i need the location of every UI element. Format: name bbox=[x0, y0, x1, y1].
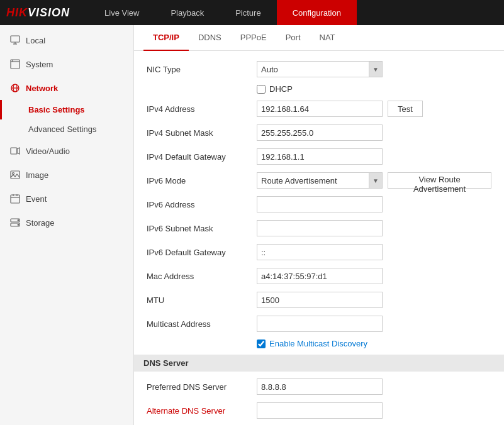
nav-configuration[interactable]: Configuration bbox=[277, 0, 357, 25]
route-advertisement-button[interactable]: View Route Advertisement bbox=[388, 172, 491, 189]
sidebar-event-label: Event bbox=[26, 194, 47, 204]
sidebar-item-video-audio[interactable]: Video/Audio bbox=[0, 139, 133, 163]
mac-address-input[interactable] bbox=[257, 268, 383, 284]
logo-red: HIK bbox=[6, 6, 28, 19]
enable-multicast-label: Enable Multicast Discovery bbox=[269, 339, 367, 348]
form-area: NIC Type Auto ▼ DHCP IPv4 Address Test bbox=[134, 51, 504, 425]
ipv6-address-input[interactable] bbox=[257, 196, 383, 213]
mtu-input[interactable] bbox=[257, 292, 383, 308]
sidebar-item-network[interactable]: Network bbox=[0, 76, 133, 100]
ipv6-subnet-input[interactable] bbox=[257, 220, 383, 236]
sidebar-item-storage[interactable]: Storage bbox=[0, 211, 133, 235]
content-area: TCP/IP DDNS PPPoE Port NAT NIC Type Auto… bbox=[134, 25, 504, 425]
mtu-row: MTU bbox=[147, 291, 491, 309]
ipv4-address-row: IPv4 Address Test bbox=[147, 100, 491, 118]
nic-type-row: NIC Type Auto ▼ bbox=[147, 60, 491, 78]
multicast-address-row: Multicast Address bbox=[147, 315, 491, 333]
logo: HIKVISION bbox=[6, 6, 70, 19]
monitor-icon bbox=[9, 35, 21, 46]
sidebar-image-label: Image bbox=[26, 170, 48, 180]
multicast-address-input[interactable] bbox=[257, 316, 383, 332]
nic-type-select[interactable]: Auto bbox=[257, 61, 383, 77]
network-icon bbox=[9, 82, 21, 94]
tab-port[interactable]: Port bbox=[276, 25, 310, 51]
mac-address-row: Mac Address bbox=[147, 267, 491, 285]
preferred-dns-input[interactable] bbox=[257, 378, 383, 395]
enable-multicast-checkbox[interactable] bbox=[257, 339, 266, 348]
test-button[interactable]: Test bbox=[388, 101, 423, 117]
sidebar-local-label: Local bbox=[26, 36, 45, 45]
nav-live-view[interactable]: Live View bbox=[89, 0, 155, 25]
ipv4-subnet-input[interactable] bbox=[257, 124, 383, 141]
ipv6-mode-select-wrapper: Route Advertisement DHCP Manual ▼ bbox=[257, 172, 383, 189]
enable-multicast-row: Enable Multicast Discovery bbox=[257, 339, 491, 348]
video-icon bbox=[9, 145, 21, 157]
sidebar-item-local[interactable]: Local bbox=[0, 28, 133, 52]
ipv6-subnet-label: IPv6 Subnet Mask bbox=[147, 224, 257, 233]
sidebar-item-image[interactable]: Image bbox=[0, 163, 133, 187]
ipv6-mode-label: IPv6 Mode bbox=[147, 176, 257, 185]
mac-address-label: Mac Address bbox=[147, 272, 257, 281]
ipv4-address-label: IPv4 Address bbox=[147, 104, 257, 114]
svg-rect-0 bbox=[11, 36, 20, 42]
ipv4-gateway-input[interactable] bbox=[257, 148, 383, 165]
ipv6-gateway-input[interactable] bbox=[257, 244, 383, 260]
sidebar-item-system[interactable]: System bbox=[0, 52, 133, 76]
ipv4-address-input[interactable] bbox=[257, 101, 383, 117]
ipv4-gateway-row: IPv4 Default Gateway bbox=[147, 148, 491, 165]
ipv6-gateway-label: IPv6 Default Gateway bbox=[147, 248, 257, 257]
nav-items: Live View Playback Picture Configuration bbox=[89, 0, 498, 25]
ipv6-mode-select[interactable]: Route Advertisement DHCP Manual bbox=[257, 172, 383, 189]
svg-point-20 bbox=[18, 224, 19, 226]
ipv6-subnet-row: IPv6 Subnet Mask bbox=[147, 219, 491, 237]
main-layout: Local System Network bbox=[0, 25, 504, 425]
sidebar-item-event[interactable]: Event bbox=[0, 187, 133, 211]
logo-white: VISION bbox=[28, 6, 70, 19]
tab-ddns[interactable]: DDNS bbox=[189, 25, 231, 51]
ipv6-gateway-row: IPv6 Default Gateway bbox=[147, 243, 491, 261]
sidebar-storage-label: Storage bbox=[26, 218, 55, 228]
ipv6-mode-row: IPv6 Mode Route Advertisement DHCP Manua… bbox=[147, 172, 491, 189]
tab-nat[interactable]: NAT bbox=[310, 25, 345, 51]
sidebar: Local System Network bbox=[0, 25, 134, 425]
dhcp-checkbox[interactable] bbox=[257, 85, 266, 94]
nic-type-label: NIC Type bbox=[147, 65, 257, 74]
svg-rect-3 bbox=[11, 60, 20, 69]
multicast-address-label: Multicast Address bbox=[147, 319, 257, 329]
svg-point-12 bbox=[13, 173, 14, 175]
svg-point-19 bbox=[18, 220, 19, 221]
storage-icon bbox=[9, 217, 21, 228]
tab-pppoe[interactable]: PPPoE bbox=[231, 25, 276, 51]
sidebar-network-label: Network bbox=[26, 84, 58, 93]
system-icon bbox=[9, 58, 21, 70]
sidebar-sub-advanced-settings[interactable]: Advanced Settings bbox=[0, 119, 133, 139]
ipv4-gateway-label: IPv4 Default Gateway bbox=[147, 152, 257, 162]
ipv4-subnet-label: IPv4 Subnet Mask bbox=[147, 128, 257, 138]
svg-rect-11 bbox=[11, 171, 20, 179]
svg-marker-10 bbox=[17, 148, 20, 154]
dhcp-label: DHCP bbox=[269, 84, 293, 94]
ipv6-address-row: IPv6 Address bbox=[147, 196, 491, 213]
ipv4-subnet-row: IPv4 Subnet Mask bbox=[147, 124, 491, 141]
alternate-dns-label: Alternate DNS Server bbox=[147, 406, 257, 416]
alternate-dns-input[interactable] bbox=[257, 402, 383, 419]
dns-section-header: DNS Server bbox=[134, 355, 504, 372]
preferred-dns-label: Preferred DNS Server bbox=[147, 382, 257, 392]
top-nav: HIKVISION Live View Playback Picture Con… bbox=[0, 0, 504, 25]
tab-tcpip[interactable]: TCP/IP bbox=[143, 25, 189, 51]
preferred-dns-row: Preferred DNS Server bbox=[147, 378, 491, 395]
nav-picture[interactable]: Picture bbox=[220, 0, 276, 25]
sidebar-sub-basic-settings[interactable]: Basic Settings bbox=[0, 100, 133, 119]
sidebar-system-label: System bbox=[26, 60, 53, 69]
alternate-dns-row: Alternate DNS Server bbox=[147, 402, 491, 419]
svg-rect-13 bbox=[11, 195, 20, 203]
svg-rect-9 bbox=[11, 148, 17, 154]
ipv6-address-label: IPv6 Address bbox=[147, 200, 257, 209]
image-icon bbox=[9, 169, 21, 180]
event-icon bbox=[9, 193, 21, 204]
nav-playback[interactable]: Playback bbox=[155, 0, 220, 25]
tabs-bar: TCP/IP DDNS PPPoE Port NAT bbox=[134, 25, 504, 51]
mtu-label: MTU bbox=[147, 295, 257, 305]
sidebar-video-audio-label: Video/Audio bbox=[26, 146, 70, 156]
nic-type-select-wrapper: Auto ▼ bbox=[257, 61, 383, 77]
